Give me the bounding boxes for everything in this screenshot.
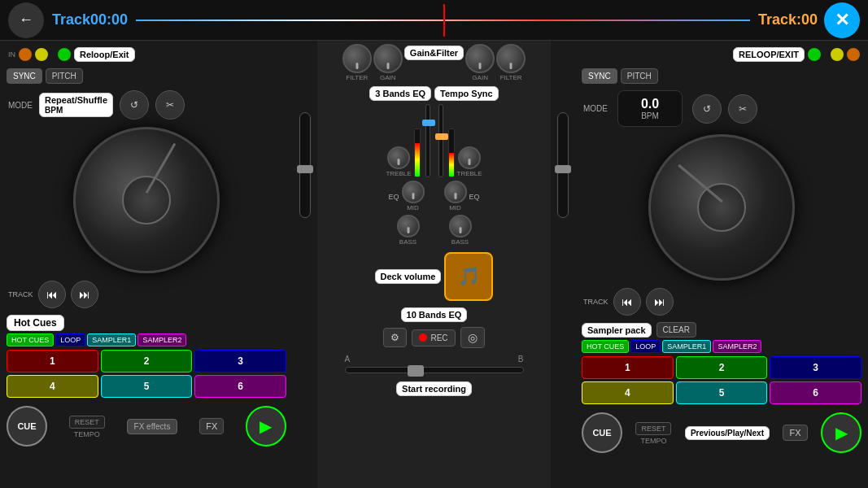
vu-meter-left (414, 129, 421, 177)
waveform-center (443, 4, 445, 37)
cue-btn-left[interactable]: CUE (7, 406, 47, 447)
three-bands-eq-tooltip: 3 Bands EQ (369, 86, 431, 101)
music-note-icon: 🎵 (458, 266, 480, 287)
gain-knob-left[interactable] (373, 44, 403, 73)
pitch-btn-right[interactable]: PITCH (621, 68, 658, 84)
next-btn-right[interactable]: ⏭ (646, 288, 674, 316)
cue-btn-right[interactable]: CUE (582, 412, 622, 453)
tab-hot-cues-left[interactable]: HOT CUES (7, 333, 54, 346)
pad-4-left[interactable]: 4 (7, 375, 98, 398)
right-deck: RELOOP/EXIT SYNC PITCH MODE (551, 41, 868, 488)
tab-sampler2-left[interactable]: SAMPLER2 (137, 333, 186, 346)
play-btn-right[interactable]: ▶ (821, 412, 861, 453)
waveform-area (136, 4, 750, 37)
track-label-deck-left: TRACK (8, 290, 33, 298)
play-btn-left[interactable]: ▶ (246, 406, 286, 447)
pitch-thumb-right (555, 165, 571, 173)
treble-knob-right[interactable] (458, 146, 481, 169)
pad-2-right[interactable]: 2 (676, 356, 768, 379)
tab-sampler1-right[interactable]: SAMPLER1 (662, 340, 711, 353)
treble-knob-left[interactable] (387, 146, 410, 169)
pitch-btn-left[interactable]: PITCH (46, 68, 83, 84)
bass-knob-left[interactable] (397, 215, 420, 237)
vol-fader-left[interactable] (425, 104, 430, 177)
out-dot[interactable] (35, 48, 48, 61)
tempo-label-left: RESET TEMPO (69, 414, 105, 438)
jog-wheel-right[interactable] (648, 134, 795, 281)
crossfader-track[interactable] (345, 367, 524, 373)
treble-label-left: TREBLE (386, 170, 411, 177)
prev-btn-right[interactable]: ⏮ (613, 288, 641, 316)
green-dot-right[interactable] (808, 48, 821, 61)
reset-btn-right[interactable]: RESET (635, 422, 671, 435)
sampler-pack-tooltip: Sampler pack (582, 323, 652, 338)
tab-hot-cues-right[interactable]: HOT CUES (582, 340, 629, 353)
pad-3-left[interactable]: 3 (194, 350, 286, 373)
jog-wheel-container-right (648, 134, 795, 281)
jog-wheel-container-left (73, 127, 220, 273)
mode-btn-right-2[interactable]: ✂ (728, 94, 757, 124)
clear-btn-right[interactable]: CLEAR (656, 322, 696, 338)
track-label-left: Track (52, 11, 90, 28)
sync-btn-left[interactable]: SYNC (7, 68, 42, 84)
pad-3-right[interactable]: 3 (770, 356, 861, 379)
sync-btn-right[interactable]: SYNC (582, 68, 617, 84)
tab-loop-left[interactable]: LOOP (55, 333, 85, 346)
pad-1-left[interactable]: 1 (7, 350, 98, 373)
mid-knob-right[interactable] (444, 181, 467, 203)
pitch-slider-left[interactable] (299, 112, 311, 218)
out-dot-right[interactable] (831, 48, 844, 61)
crosshair-btn[interactable]: ◎ (460, 327, 485, 348)
prev-btn-left[interactable]: ⏮ (38, 281, 66, 308)
rec-dot-icon (419, 333, 427, 342)
tab-sampler1-left[interactable]: SAMPLER1 (87, 333, 136, 346)
mid-knob-left[interactable] (402, 181, 425, 203)
tab-sampler2-right[interactable]: SAMPLER2 (713, 340, 761, 353)
pad-6-right[interactable]: 6 (770, 381, 861, 404)
mode-btn-2[interactable]: ✂ (155, 90, 185, 120)
back-button[interactable]: ← (8, 2, 44, 38)
fx-btn-left[interactable]: FX effects (127, 419, 178, 434)
mode-btn-right-1[interactable]: ↺ (692, 94, 722, 124)
vu-bar-left (415, 143, 420, 176)
track-label-right: Track (758, 11, 796, 28)
pad-1-right[interactable]: 1 (582, 356, 674, 379)
in-dot[interactable] (19, 48, 32, 61)
mode-btn-1[interactable]: ↺ (120, 90, 149, 120)
in-dot-right[interactable] (847, 48, 860, 61)
pitch-slider-right[interactable] (557, 112, 569, 218)
pad-2-left[interactable]: 2 (101, 350, 193, 373)
in-label: IN (8, 50, 15, 59)
pad-5-right[interactable]: 5 (676, 381, 768, 404)
bpm-unit-right: BPM (641, 111, 659, 120)
jog-inner-left (122, 176, 171, 224)
rec-btn[interactable]: REC (412, 329, 455, 346)
mode-label-right: MODE (583, 104, 608, 113)
filter-knob-left[interactable] (342, 44, 372, 73)
next-btn-left[interactable]: ⏭ (71, 281, 98, 308)
bass-knob-right[interactable] (449, 215, 472, 237)
start-recording-tooltip: Start recording (396, 381, 472, 396)
pad-5-left[interactable]: 5 (101, 375, 193, 398)
pad-4-right[interactable]: 4 (582, 381, 674, 404)
vol-fader-right[interactable] (438, 104, 443, 177)
vu-meter-right (448, 129, 455, 177)
close-button[interactable]: ✕ (824, 2, 860, 38)
fx-label-left[interactable]: FX (199, 418, 224, 434)
mode-label-left: MODE (8, 101, 33, 110)
sampler-music-btn[interactable]: 🎵 (444, 252, 493, 301)
filter-knob-right[interactable] (496, 44, 526, 73)
mixer-btn-eq[interactable]: ⚙ (383, 328, 407, 347)
green-dot[interactable] (58, 48, 71, 61)
reloop-exit-btn-right[interactable]: RELOOP/EXIT (733, 47, 805, 62)
tab-loop-right[interactable]: LOOP (630, 340, 661, 353)
reloop-exit-btn[interactable]: Reloop/Exit (74, 47, 135, 62)
fx-btn-right[interactable]: FX (783, 425, 807, 441)
gain-knob-right[interactable] (465, 44, 495, 73)
gain-filter-tooltip: Gain&Filter (404, 46, 464, 60)
repeat-shuffle-btn[interactable]: Repeat/Shuffle BPM (39, 93, 113, 117)
reset-btn-left[interactable]: RESET (69, 416, 105, 429)
pad-6-left[interactable]: 6 (194, 375, 286, 398)
eq-label-right: EQ (469, 193, 480, 201)
jog-wheel-left[interactable] (73, 127, 220, 273)
